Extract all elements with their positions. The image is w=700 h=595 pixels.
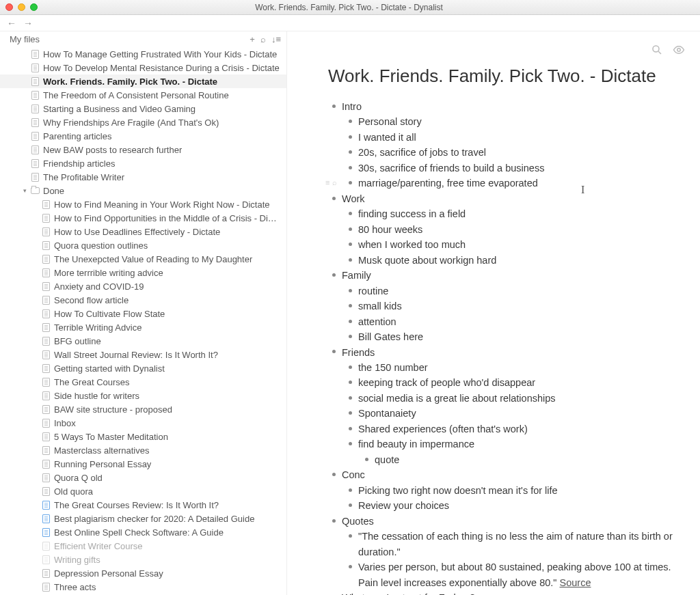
outline-text[interactable]: keeping track of people who'd disappear: [358, 377, 535, 388]
outline-item[interactable]: "The cessation of each thing is no less …: [345, 529, 673, 559]
outline-item[interactable]: Bill Gates here: [345, 329, 673, 344]
outline-text[interactable]: What can I extract for Forbes?: [342, 592, 475, 595]
outline-text[interactable]: 30s, sacrifice of friends to build a bus…: [358, 163, 544, 174]
outline-text[interactable]: Friends: [342, 347, 375, 358]
outline-item[interactable]: attention: [345, 314, 673, 329]
outline-item[interactable]: Shared experiences (often that's work): [345, 421, 673, 437]
outline-text[interactable]: 80 hour weeks: [358, 224, 422, 235]
outline-text[interactable]: Quotes: [342, 516, 374, 527]
outline-item[interactable]: finding success in a field: [345, 206, 673, 221]
outline-text[interactable]: Personal story: [358, 116, 422, 127]
file-item[interactable]: New BAW posts to research further: [0, 143, 286, 156]
file-item[interactable]: Starting a Business and Video Gaming: [0, 102, 286, 115]
file-item[interactable]: Friendship articles: [0, 156, 286, 170]
outline-text[interactable]: Conc: [342, 469, 365, 480]
visibility-icon[interactable]: [673, 44, 685, 59]
file-item[interactable]: BFG outline: [0, 334, 286, 348]
file-item[interactable]: Wall Street Journal Review: Is It Worth …: [0, 348, 286, 361]
outline-item[interactable]: 20s, sacrifice of jobs to travel: [345, 145, 673, 160]
caret-icon[interactable]: ▾: [21, 187, 29, 194]
document-title[interactable]: Work. Friends. Family. Pick Two. - Dicta…: [328, 66, 673, 87]
file-item[interactable]: Efficient Writer Course: [0, 539, 286, 553]
outline-text[interactable]: Picking two right now doesn't mean it's …: [358, 485, 558, 496]
outline-item[interactable]: Musk quote about workign hard: [345, 253, 673, 268]
file-item[interactable]: The Great Courses Review: Is It Worth It…: [0, 498, 286, 512]
file-item[interactable]: Quora Q old: [0, 471, 286, 484]
zoom-window-button[interactable]: [30, 3, 38, 11]
file-item[interactable]: Second flow article: [0, 293, 286, 307]
add-file-button[interactable]: +: [250, 34, 255, 44]
file-item[interactable]: The Great Courses: [0, 375, 286, 389]
outline-text[interactable]: marriage/parenting, free time evaporated: [358, 178, 538, 189]
outline-text[interactable]: Family: [342, 270, 371, 281]
file-item[interactable]: Masterclass alternatives: [0, 443, 286, 457]
outline-item[interactable]: routine: [345, 283, 673, 299]
file-item[interactable]: How to Find Meaning in Your Work Right N…: [0, 197, 286, 211]
file-item[interactable]: More terrrible writing advice: [0, 266, 286, 279]
search-files-button[interactable]: ⌕: [260, 34, 266, 44]
outline-item[interactable]: ConcPicking two right now doesn't mean i…: [328, 467, 673, 513]
sort-files-button[interactable]: ↓≡: [271, 34, 281, 44]
file-item[interactable]: How To Manage Getting Frustrated With Yo…: [0, 47, 286, 61]
zoom-icon[interactable]: ⌕: [332, 177, 337, 189]
outline-text[interactable]: the 150 number: [358, 362, 428, 373]
outline-text[interactable]: when I worked too much: [358, 239, 466, 250]
outline-text[interactable]: "The cessation of each thing is no less …: [358, 531, 673, 557]
outline-item[interactable]: Friendsthe 150 numberkeeping track of pe…: [328, 345, 673, 468]
outline-item[interactable]: keeping track of people who'd disappear: [345, 375, 673, 390]
file-item[interactable]: Anxiety and COVID-19: [0, 279, 286, 293]
outline-text[interactable]: Shared experiences (often that's work): [358, 424, 528, 434]
menu-icon[interactable]: ≡: [325, 177, 329, 189]
document-pane[interactable]: Work. Friends. Family. Pick Two. - Dicta…: [287, 31, 700, 595]
file-item[interactable]: Quora question outlines: [0, 238, 286, 252]
outline-text[interactable]: Work: [342, 193, 365, 204]
outline-item[interactable]: Workfinding success in a field80 hour we…: [328, 191, 673, 268]
outline-item[interactable]: IntroPersonal storyI wanted it all20s, s…: [328, 99, 673, 191]
nav-forward-button[interactable]: →: [23, 18, 33, 29]
outline-item[interactable]: marriage/parenting, free time evaporated…: [345, 176, 673, 191]
outline-text[interactable]: Spontanaiety: [358, 408, 416, 419]
file-item[interactable]: Terrible Writing Advice: [0, 320, 286, 334]
search-doc-icon[interactable]: [651, 44, 663, 59]
file-item[interactable]: How to Use Deadlines Effectively - Dicta…: [0, 225, 286, 238]
outline-text[interactable]: Musk quote about workign hard: [358, 255, 496, 266]
file-item[interactable]: Inbox: [0, 416, 286, 430]
file-tree[interactable]: How To Manage Getting Frustrated With Yo…: [0, 47, 286, 595]
outline-text[interactable]: finding success in a field: [358, 208, 466, 219]
nav-back-button[interactable]: ←: [7, 18, 16, 29]
outline-text[interactable]: Review your choices: [358, 500, 449, 511]
file-item[interactable]: How to Find Opportunities in the Middle …: [0, 211, 286, 225]
outline-item[interactable]: Picking two right now doesn't mean it's …: [345, 483, 673, 498]
file-item[interactable]: Best Online Spell Check Software: A Guid…: [0, 525, 286, 539]
file-item[interactable]: The Unexepcted Value of Reading to My Da…: [0, 252, 286, 266]
outline-item[interactable]: 30s, sacrifice of friends to build a bus…: [345, 161, 673, 176]
file-item[interactable]: Depression Personal Essay: [0, 566, 286, 580]
outline-text[interactable]: Intro: [342, 101, 362, 112]
outline-item[interactable]: Quotes "The cessation of each thing is n…: [328, 514, 673, 590]
outline-item[interactable]: Spontanaiety: [345, 406, 673, 421]
outline-text[interactable]: routine: [358, 286, 388, 296]
outline-text[interactable]: attention: [358, 316, 396, 327]
outline-text[interactable]: I wanted it all: [358, 132, 416, 143]
minimize-window-button[interactable]: [18, 3, 25, 11]
outline-item[interactable]: social media is a great lie about relati…: [345, 391, 673, 406]
folder-item[interactable]: ▾Done: [0, 184, 286, 197]
file-item[interactable]: Parenting articles: [0, 129, 286, 143]
file-item[interactable]: BAW site structure - proposed: [0, 402, 286, 416]
source-link[interactable]: Source: [560, 577, 591, 588]
file-item[interactable]: How To Develop Mental Resistance During …: [0, 61, 286, 74]
outline-text[interactable]: Bill Gates here: [358, 331, 423, 342]
outline-text[interactable]: find beauty in impermance: [358, 439, 474, 449]
outline-text[interactable]: Varies per person, but about 80 sustaine…: [358, 562, 671, 587]
outline-item[interactable]: Review your choices: [345, 498, 673, 513]
outline-item[interactable]: when I worked too much: [345, 237, 673, 252]
file-item[interactable]: Why Friendships Are Fragile (And That's …: [0, 115, 286, 129]
outline-text[interactable]: 20s, sacrifice of jobs to travel: [358, 147, 486, 158]
outline-item[interactable]: Familyroutinesmall kidsattentionBill Gat…: [328, 268, 673, 344]
outline-item[interactable]: the 150 number: [345, 360, 673, 375]
file-item[interactable]: 5 Ways To Master Meditation: [0, 430, 286, 443]
file-item[interactable]: Getting started with Dynalist: [0, 361, 286, 375]
file-item[interactable]: Side hustle for writers: [0, 389, 286, 402]
outline-item[interactable]: Varies per person, but about 80 sustaine…: [345, 559, 673, 590]
file-item[interactable]: Writing gifts: [0, 553, 286, 566]
